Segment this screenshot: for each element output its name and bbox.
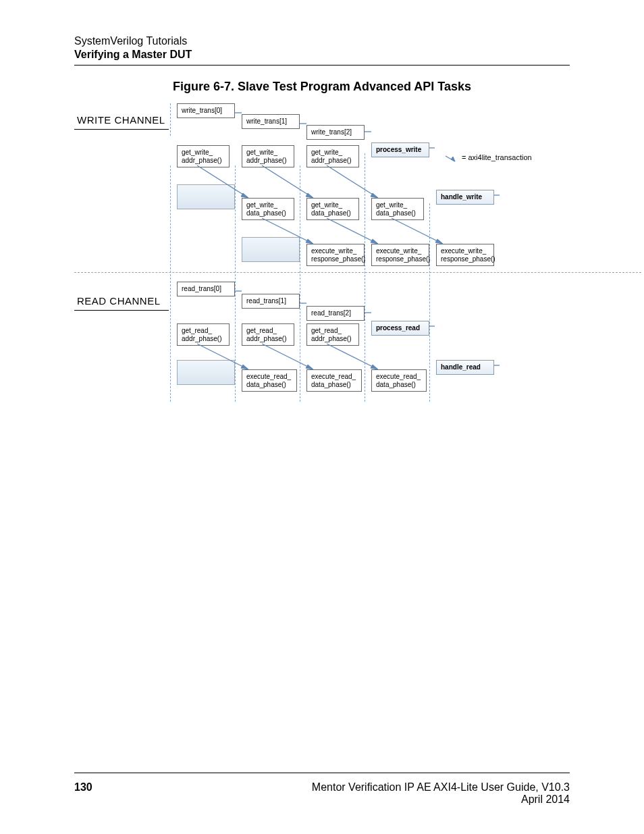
header-chapter: SystemVerilog Tutorials <box>74 35 570 47</box>
svg-line-7 <box>262 165 313 198</box>
footer-rule <box>74 773 570 773</box>
footer-title: Mentor Verification IP AE AXI4-Lite User… <box>312 781 570 793</box>
svg-line-5 <box>197 165 248 198</box>
svg-line-13 <box>327 218 378 244</box>
header-section: Verifying a Master DUT <box>74 49 570 61</box>
svg-line-9 <box>327 165 378 198</box>
svg-marker-23 <box>241 365 248 369</box>
diagram: WRITE CHANNEL READ CHANNEL write_trans[0… <box>74 98 570 409</box>
header-rule <box>74 65 570 66</box>
svg-line-15 <box>392 218 443 244</box>
svg-line-26 <box>327 344 378 369</box>
svg-marker-16 <box>435 239 443 244</box>
svg-line-22 <box>197 344 248 369</box>
svg-marker-14 <box>371 239 378 244</box>
svg-line-11 <box>262 218 313 244</box>
svg-marker-25 <box>306 365 313 369</box>
arrows-layer <box>74 98 570 409</box>
page-number: 130 <box>74 781 92 793</box>
svg-line-24 <box>262 344 313 369</box>
page-header: SystemVerilog Tutorials Verifying a Mast… <box>74 35 570 66</box>
footer-date: April 2014 <box>521 793 570 806</box>
figure-title: Figure 6-7. Slave Test Program Advanced … <box>0 80 644 94</box>
svg-marker-12 <box>306 239 313 244</box>
svg-marker-27 <box>371 365 378 369</box>
